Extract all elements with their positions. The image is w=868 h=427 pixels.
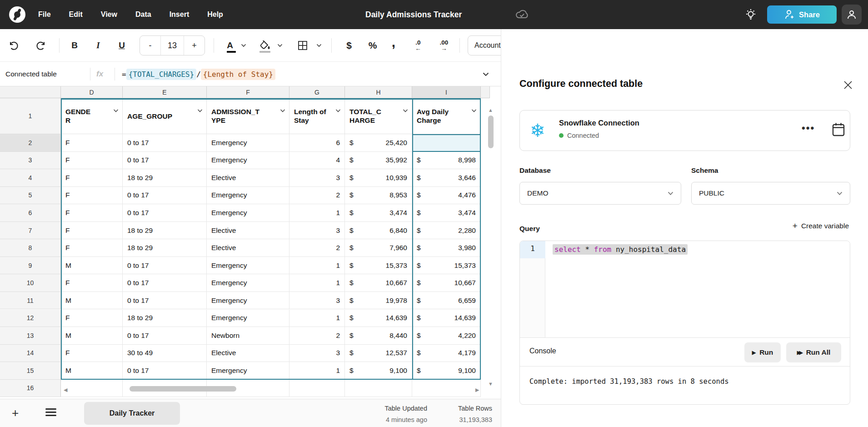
cell-I8[interactable]: $3,980 (412, 239, 481, 257)
cell-I13[interactable]: $4,220 (412, 327, 481, 345)
menu-insert[interactable]: Insert (170, 10, 190, 19)
cell-H12[interactable]: $14,639 (345, 310, 412, 327)
cell-E11[interactable]: 0 to 17 (123, 292, 207, 310)
cell-D14[interactable]: F (61, 345, 123, 362)
cell-H5[interactable]: $8,953 (345, 187, 412, 205)
filter-chevron-icon[interactable] (403, 109, 408, 113)
row-header-9[interactable]: 9 (0, 257, 61, 275)
rows-logo-icon[interactable] (9, 6, 25, 23)
cell-E8[interactable]: 18 to 29 (123, 239, 207, 257)
header-cell-D1[interactable]: GENDER (61, 98, 123, 134)
cell-E12[interactable]: 18 to 29 (123, 310, 207, 327)
run-button[interactable]: ▶ Run (744, 342, 781, 362)
cell-E7[interactable]: 18 to 29 (123, 222, 207, 240)
redo-button[interactable] (33, 29, 49, 62)
cell-D15[interactable]: M (61, 362, 123, 380)
cell-F3[interactable]: Emergency (207, 152, 289, 170)
italic-button[interactable]: I (90, 29, 106, 62)
cell-D5[interactable]: F (61, 187, 123, 205)
fx-icon[interactable]: fx (96, 62, 103, 86)
header-cell-H1[interactable]: TOTAL_CHARGE (345, 98, 412, 134)
cell-E15[interactable]: 0 to 17 (123, 362, 207, 380)
cell-F12[interactable]: Emergency (207, 310, 289, 327)
horizontal-scrollbar-thumb[interactable] (130, 386, 236, 392)
row-header-8[interactable]: 8 (0, 239, 61, 257)
fill-color-chevron-icon[interactable] (275, 29, 284, 62)
cell-G6[interactable]: 1 (289, 204, 345, 222)
cell-G11[interactable]: 3 (289, 292, 345, 310)
cell-D10[interactable]: F (61, 274, 123, 292)
font-size-decrease-button[interactable]: - (140, 36, 160, 55)
cell-E13[interactable]: 0 to 17 (123, 327, 207, 345)
share-button[interactable]: Share (767, 5, 837, 24)
cell-G9[interactable]: 1 (289, 257, 345, 275)
sheet-list-menu-button[interactable] (45, 408, 56, 416)
cell-G8[interactable]: 2 (289, 239, 345, 257)
cell-H14[interactable]: $12,537 (345, 345, 412, 362)
cell-H15[interactable]: $9,100 (345, 362, 412, 380)
cell-G3[interactable]: 4 (289, 152, 345, 170)
cell-I7[interactable]: $2,280 (412, 222, 481, 240)
sql-query-text[interactable]: select * from ny_hospital_data (553, 244, 688, 255)
cell-G16[interactable] (289, 380, 345, 397)
cell-I3[interactable]: $8,998 (412, 152, 481, 170)
vertical-scrollbar-thumb[interactable] (488, 116, 494, 148)
close-panel-button[interactable] (842, 79, 854, 91)
cell-G10[interactable]: 1 (289, 274, 345, 292)
cell-H6[interactable]: $3,474 (345, 204, 412, 222)
filter-chevron-icon[interactable] (471, 109, 477, 113)
cell-E4[interactable]: 18 to 29 (123, 169, 207, 187)
cell-E2[interactable]: 0 to 17 (123, 134, 207, 152)
header-cell-I1[interactable]: Avg Daily Charge (412, 98, 481, 134)
run-all-button[interactable]: ▶▶ Run All (786, 342, 841, 362)
cell-H9[interactable]: $15,373 (345, 257, 412, 275)
cell-H8[interactable]: $7,960 (345, 239, 412, 257)
sheet-tab-daily-tracker[interactable]: Daily Tracker (84, 402, 180, 425)
menu-data[interactable]: Data (135, 10, 151, 19)
cell-I5[interactable]: $4,476 (412, 187, 481, 205)
column-header-D[interactable]: D (61, 86, 123, 98)
row-header-6[interactable]: 6 (0, 204, 61, 222)
row-header-1[interactable]: 1 (0, 98, 61, 134)
tips-lightbulb-icon[interactable] (744, 8, 757, 21)
borders-chevron-icon[interactable] (314, 29, 324, 62)
text-color-button[interactable]: A (223, 29, 237, 62)
cell-D7[interactable]: F (61, 222, 123, 240)
cell-E3[interactable]: 0 to 17 (123, 152, 207, 170)
cell-I2[interactable]: $4,237 (412, 134, 481, 152)
cell-F14[interactable]: Elective (207, 345, 289, 362)
cell-D12[interactable]: F (61, 310, 123, 327)
grid-corner-cell[interactable] (0, 86, 61, 98)
undo-button[interactable] (5, 29, 22, 62)
borders-button[interactable] (294, 29, 311, 62)
row-header-10[interactable]: 10 (0, 274, 61, 292)
cell-D9[interactable]: M (61, 257, 123, 275)
row-header-3[interactable]: 3 (0, 152, 61, 170)
cell-D8[interactable]: F (61, 239, 123, 257)
row-header-7[interactable]: 7 (0, 222, 61, 240)
cell-G14[interactable]: 3 (289, 345, 345, 362)
menu-edit[interactable]: Edit (69, 10, 83, 19)
cell-E6[interactable]: 0 to 17 (123, 204, 207, 222)
cell-H11[interactable]: $19,978 (345, 292, 412, 310)
cell-H3[interactable]: $35,992 (345, 152, 412, 170)
currency-format-button[interactable]: $ (341, 29, 357, 62)
cell-I11[interactable]: $6,659 (412, 292, 481, 310)
percent-format-button[interactable]: % (364, 29, 382, 62)
cell-I16[interactable] (412, 380, 481, 397)
header-cell-G1[interactable]: Length of Stay (289, 98, 345, 134)
schedule-calendar-button[interactable] (832, 122, 845, 137)
connection-card[interactable]: ❄ Snowflake Connection Connected ••• (519, 110, 850, 151)
row-header-15[interactable]: 15 (0, 362, 61, 380)
increase-decimal-button[interactable]: .00→ (433, 29, 455, 62)
formula-input[interactable]: ={TOTAL_CHARGES}/{Length of Stay} (122, 62, 275, 86)
decrease-decimal-button[interactable]: .0← (408, 29, 428, 62)
scroll-down-arrow[interactable]: ▼ (488, 381, 493, 387)
menu-help[interactable]: Help (207, 10, 223, 19)
header-cell-E1[interactable]: AGE_GROUP (123, 98, 207, 134)
filter-chevron-icon[interactable] (280, 109, 285, 113)
spreadsheet-grid[interactable]: DEFGHI12345678910111213141516GENDERAGE_G… (0, 86, 501, 399)
cell-F7[interactable]: Elective (207, 222, 289, 240)
cell-D2[interactable]: F (61, 134, 123, 152)
cell-G13[interactable]: 2 (289, 327, 345, 345)
